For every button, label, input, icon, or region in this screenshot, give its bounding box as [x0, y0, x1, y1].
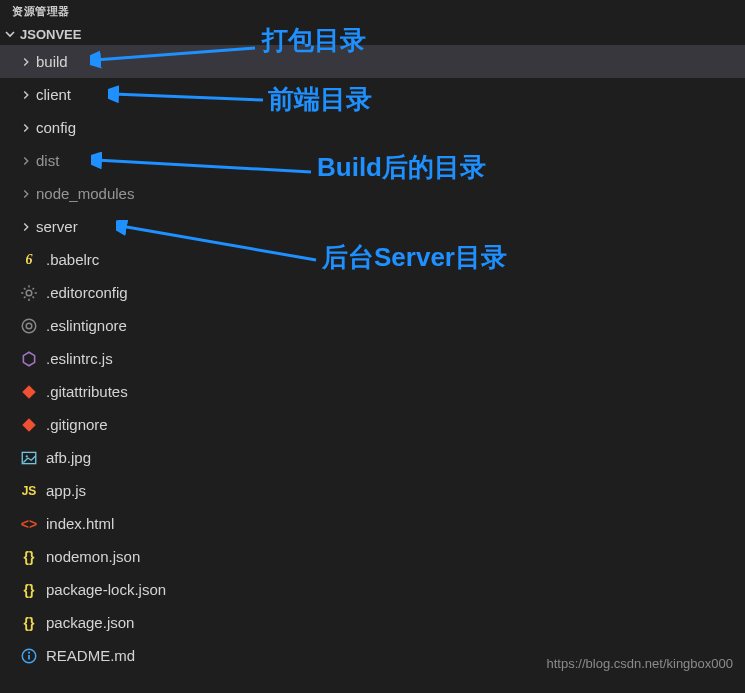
- project-name: JSONVEE: [20, 27, 81, 42]
- file-label: app.js: [46, 482, 86, 499]
- file-label: package.json: [46, 614, 134, 631]
- chevron-right-icon: [18, 120, 34, 136]
- file-label: index.html: [46, 515, 114, 532]
- svg-point-1: [22, 319, 36, 333]
- chevron-right-icon: [18, 186, 34, 202]
- folder-label: client: [36, 86, 71, 103]
- folder-item[interactable]: config: [0, 111, 745, 144]
- info-icon: [18, 645, 40, 667]
- file-item[interactable]: {}package-lock.json: [0, 573, 745, 606]
- svg-point-2: [26, 323, 32, 329]
- json-icon: {}: [18, 579, 40, 601]
- file-item[interactable]: .gitignore: [0, 408, 745, 441]
- json-icon: {}: [18, 546, 40, 568]
- file-label: .eslintignore: [46, 317, 127, 334]
- babel-icon: 6: [18, 249, 40, 271]
- explorer-title: 资源管理器: [0, 0, 745, 23]
- file-item[interactable]: JSapp.js: [0, 474, 745, 507]
- git-icon: [18, 414, 40, 436]
- chevron-right-icon: [18, 219, 34, 235]
- json-icon: {}: [18, 612, 40, 634]
- svg-point-0: [26, 290, 32, 296]
- folder-item[interactable]: server: [0, 210, 745, 243]
- file-label: package-lock.json: [46, 581, 166, 598]
- svg-point-4: [26, 455, 28, 457]
- js-icon: JS: [18, 480, 40, 502]
- file-label: .editorconfig: [46, 284, 128, 301]
- file-label: .babelrc: [46, 251, 99, 268]
- folder-item[interactable]: client: [0, 78, 745, 111]
- gear-icon: [18, 282, 40, 304]
- chevron-right-icon: [18, 153, 34, 169]
- watermark: https://blog.csdn.net/kingbox000: [547, 656, 733, 671]
- file-label: .gitignore: [46, 416, 108, 433]
- file-label: .eslintrc.js: [46, 350, 113, 367]
- file-item[interactable]: afb.jpg: [0, 441, 745, 474]
- file-item[interactable]: <>index.html: [0, 507, 745, 540]
- file-item[interactable]: 6.babelrc: [0, 243, 745, 276]
- folder-label: build: [36, 53, 68, 70]
- svg-point-7: [28, 651, 30, 653]
- file-tree: buildclientconfigdistnode_modulesserver6…: [0, 45, 745, 672]
- file-label: nodemon.json: [46, 548, 140, 565]
- folder-item[interactable]: dist: [0, 144, 745, 177]
- folder-label: node_modules: [36, 185, 134, 202]
- folder-item[interactable]: node_modules: [0, 177, 745, 210]
- chevron-right-icon: [18, 87, 34, 103]
- target-icon: [18, 315, 40, 337]
- html-icon: <>: [18, 513, 40, 535]
- eslint-icon: [18, 348, 40, 370]
- chevron-down-icon: [2, 26, 18, 42]
- image-icon: [18, 447, 40, 469]
- file-label: .gitattributes: [46, 383, 128, 400]
- folder-item[interactable]: build: [0, 45, 745, 78]
- file-item[interactable]: .eslintrc.js: [0, 342, 745, 375]
- folder-label: server: [36, 218, 78, 235]
- file-label: README.md: [46, 647, 135, 664]
- file-item[interactable]: .eslintignore: [0, 309, 745, 342]
- file-item[interactable]: .gitattributes: [0, 375, 745, 408]
- file-item[interactable]: {}nodemon.json: [0, 540, 745, 573]
- file-label: afb.jpg: [46, 449, 91, 466]
- folder-label: dist: [36, 152, 59, 169]
- chevron-right-icon: [18, 54, 34, 70]
- file-item[interactable]: {}package.json: [0, 606, 745, 639]
- file-item[interactable]: .editorconfig: [0, 276, 745, 309]
- project-header[interactable]: JSONVEE: [0, 23, 745, 45]
- folder-label: config: [36, 119, 76, 136]
- git-icon: [18, 381, 40, 403]
